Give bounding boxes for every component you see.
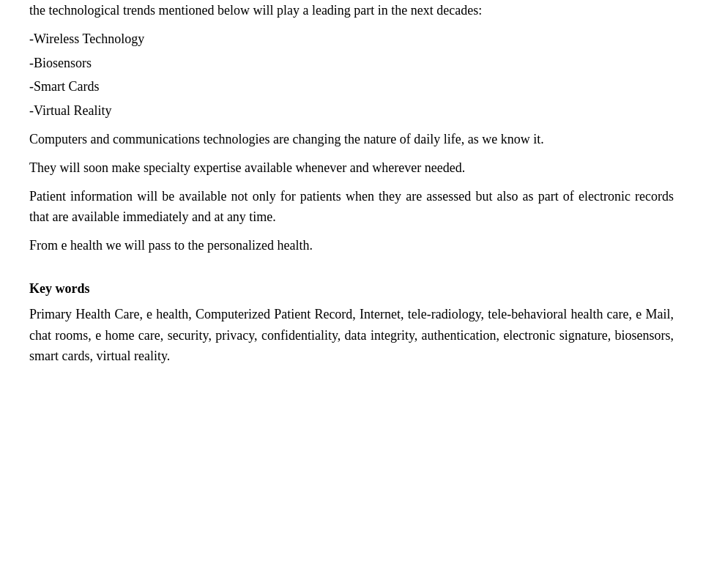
key-words-content: Primary Health Care, e health, Computeri… [29,304,674,367]
page-content: the technological trends mentioned below… [0,0,703,396]
list-item-smart-cards: -Smart Cards [29,76,674,97]
key-words-section: Key words Primary Health Care, e health,… [29,278,674,367]
from-paragraph: From e health we will pass to the person… [29,235,674,256]
list-item-biosensors: -Biosensors [29,53,674,74]
intro-paragraph: the technological trends mentioned below… [29,0,674,21]
patient-paragraph: Patient information will be available no… [29,186,674,228]
list-items: -Wireless Technology -Biosensors -Smart … [29,29,674,122]
computers-paragraph: Computers and communications technologie… [29,129,674,150]
key-words-label: Key words [29,278,674,299]
list-item-wireless: -Wireless Technology [29,29,674,50]
they-paragraph: They will soon make specialty expertise … [29,157,674,179]
list-item-virtual-reality: -Virtual Reality [29,100,674,122]
